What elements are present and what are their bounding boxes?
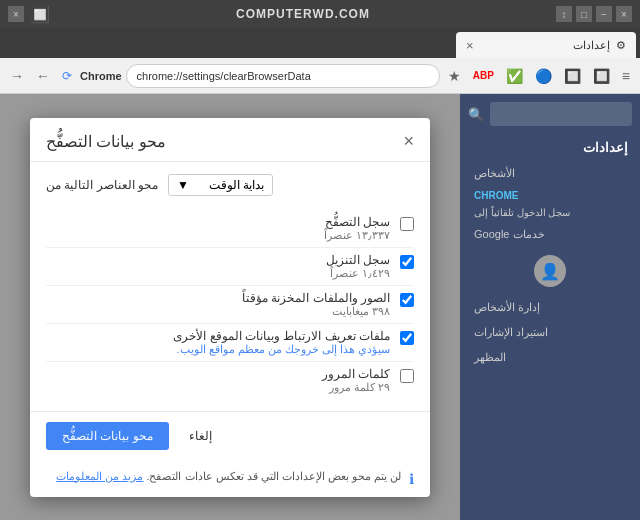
overlay: × محو بيانات التصفُّح بداية الوقت ▼ محو …: [0, 94, 460, 520]
tab-bar: ⚙ إعدادات ×: [0, 28, 640, 58]
info-text: لن يتم محو بعض الإعدادات التي قد تعكس عا…: [56, 470, 401, 483]
history-checkbox[interactable]: [400, 217, 414, 231]
back-button[interactable]: ←: [32, 66, 54, 86]
dialog-info: ℹ لن يتم محو بعض الإعدادات التي قد تعكس …: [30, 462, 430, 497]
chrome-tab-icon: 🔲: [30, 5, 50, 24]
sidebar-chrome-section: CHROME سجل الدخول تلقائياً إلى: [460, 186, 640, 222]
checkbox-row-cache: الصور والملفات المخزنة مؤقتاً ٣٩٨ ميغابا…: [46, 286, 414, 324]
passwords-count: ٢٩ كلمة مرور: [46, 381, 390, 394]
dialog-body: بداية الوقت ▼ محو العناصر التالية من سجل…: [30, 162, 430, 411]
extra-button[interactable]: ↕: [556, 6, 572, 22]
dialog-footer: إلغاء محو بيانات التصفُّح: [30, 411, 430, 462]
downloads-info: سجل التنزيل ١٫٤٢٩ عنصراً: [46, 253, 390, 280]
window-title: COMPUTERWD.COM: [50, 7, 556, 21]
sidebar-item-persons-label: الأشخاص: [474, 167, 515, 180]
info-icon: ℹ: [409, 471, 414, 487]
cancel-button[interactable]: إلغاء: [181, 422, 220, 450]
checkbox-row-passwords: كلمات المرور ٢٩ كلمة مرور: [46, 362, 414, 399]
search-icon: 🔍: [468, 107, 484, 122]
time-range-select[interactable]: بداية الوقت ▼: [168, 174, 273, 196]
tab-close-btn[interactable]: ×: [8, 6, 24, 22]
title-bar: × − □ ↕ COMPUTERWD.COM 🔲 ×: [0, 0, 640, 28]
chrome-label: Chrome: [80, 70, 122, 82]
info-link[interactable]: مزيد من المعلومات: [56, 470, 143, 482]
extension-icon-1[interactable]: 🔲: [589, 66, 614, 86]
history-count: ١٣٫٣٣٧ عنصراً: [46, 229, 390, 242]
sidebar-title: إعدادات: [460, 134, 640, 161]
chevron-down-icon: ▼: [177, 178, 189, 192]
tab-label: إعدادات: [573, 39, 610, 52]
menu-button[interactable]: ≡: [618, 66, 634, 86]
import-label: استيراد الإشارات: [474, 326, 548, 339]
title-bar-right: 🔲 ×: [8, 5, 50, 24]
history-info: سجل التصفُّح ١٣٫٣٣٧ عنصراً: [46, 215, 390, 242]
passwords-label: كلمات المرور: [46, 367, 390, 381]
settings-tab[interactable]: ⚙ إعدادات ×: [456, 32, 636, 58]
cookies-info: ملفات تعريف الارتباط وبيانات الموقع الأخ…: [46, 329, 390, 356]
adblock-icon[interactable]: ABP: [469, 68, 498, 83]
page-content: × محو بيانات التصفُّح بداية الوقت ▼ محو …: [0, 94, 460, 520]
history-label: سجل التصفُّح: [46, 215, 390, 229]
cache-label: الصور والملفات المخزنة مؤقتاً: [46, 291, 390, 305]
select-label: محو العناصر التالية من: [46, 178, 158, 192]
cookies-checkbox[interactable]: [400, 331, 414, 345]
sidebar-item-manage-persons[interactable]: إدارة الأشخاص: [460, 295, 640, 320]
checkbox-row-cookies: ملفات تعريف الارتباط وبيانات الموقع الأخ…: [46, 324, 414, 362]
manage-persons-label: إدارة الأشخاص: [474, 301, 540, 314]
cache-info: الصور والملفات المخزنة مؤقتاً ٣٩٨ ميغابا…: [46, 291, 390, 318]
time-range-row: بداية الوقت ▼ محو العناصر التالية من: [46, 174, 414, 196]
cookies-warning: سيؤدي هذا إلى خروجك من معظم مواقع الويب.: [46, 343, 390, 356]
passwords-info: كلمات المرور ٢٩ كلمة مرور: [46, 367, 390, 394]
passwords-checkbox[interactable]: [400, 369, 414, 383]
select-value: بداية الوقت: [209, 178, 264, 192]
checkbox-row-history: سجل التصفُّح ١٣٫٣٣٧ عنصراً: [46, 210, 414, 248]
chrome-label-sidebar: CHROME: [474, 190, 518, 201]
downloads-label: سجل التنزيل: [46, 253, 390, 267]
forward-button[interactable]: →: [6, 66, 28, 86]
cache-checkbox[interactable]: [400, 293, 414, 307]
signin-label: سجل الدخول تلقائياً إلى: [474, 207, 570, 218]
dialog-title: محو بيانات التصفُّح: [46, 132, 166, 151]
sidebar-item-google-services[interactable]: خدمات Google: [460, 222, 640, 247]
main-area: 🔍 إعدادات الأشخاص CHROME سجل الدخول تلقا…: [0, 94, 640, 520]
checkbox-row-downloads: سجل التنزيل ١٫٤٢٩ عنصراً: [46, 248, 414, 286]
check-icon[interactable]: ✅: [502, 66, 527, 86]
sync-icon[interactable]: ⟳: [58, 67, 76, 85]
maximize-button[interactable]: □: [576, 6, 592, 22]
search-input[interactable]: [490, 102, 632, 126]
cookies-label: ملفات تعريف الارتباط وبيانات الموقع الأخ…: [46, 329, 390, 343]
sidebar-item-import[interactable]: استيراد الإشارات: [460, 320, 640, 345]
tab-close-icon[interactable]: ×: [466, 38, 474, 53]
clear-button[interactable]: محو بيانات التصفُّح: [46, 422, 169, 450]
close-button[interactable]: ×: [616, 6, 632, 22]
sidebar: 🔍 إعدادات الأشخاص CHROME سجل الدخول تلقا…: [460, 94, 640, 520]
sidebar-search-area[interactable]: 🔍: [460, 94, 640, 134]
sidebar-item-persons[interactable]: الأشخاص: [460, 161, 640, 186]
dialog-header: × محو بيانات التصفُّح: [30, 118, 430, 162]
minimize-button[interactable]: −: [596, 6, 612, 22]
downloads-count: ١٫٤٢٩ عنصراً: [46, 267, 390, 280]
clear-browser-data-dialog: × محو بيانات التصفُّح بداية الوقت ▼ محو …: [30, 118, 430, 497]
cache-size: ٣٩٨ ميغابايت: [46, 305, 390, 318]
dialog-close-button[interactable]: ×: [403, 132, 414, 150]
extension-icon-2[interactable]: 🔲: [560, 66, 585, 86]
address-bar: ≡ 🔲 🔲 🔵 ✅ ABP ★ Chrome ⟳ ← →: [0, 58, 640, 94]
window-controls[interactable]: × − □ ↕: [556, 6, 632, 22]
downloads-checkbox[interactable]: [400, 255, 414, 269]
address-input[interactable]: [126, 64, 440, 88]
avatar: 👤: [534, 255, 566, 287]
sidebar-item-appearance[interactable]: المظهر: [460, 345, 640, 370]
tab-favicon: ⚙: [616, 39, 626, 52]
bookmark-icon[interactable]: ★: [444, 66, 465, 86]
sidebar-google-label: خدمات Google: [474, 228, 545, 241]
appearance-label: المظهر: [474, 351, 506, 364]
chrome-icon[interactable]: 🔵: [531, 66, 556, 86]
